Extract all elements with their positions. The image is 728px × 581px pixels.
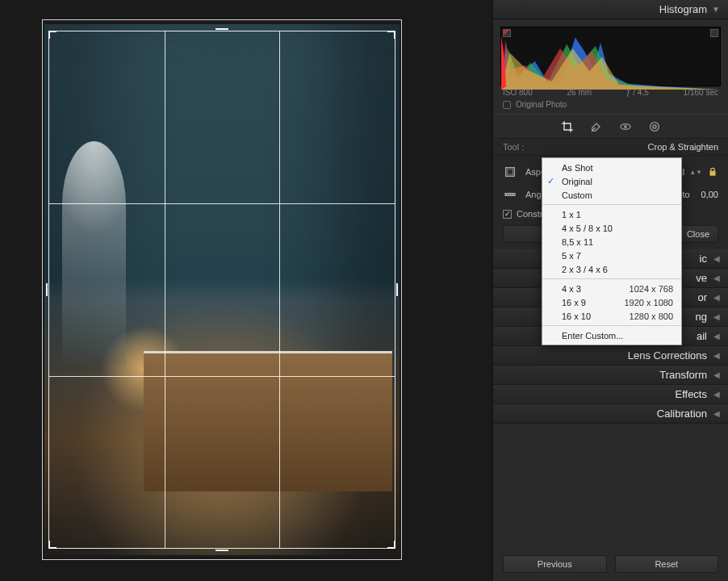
crop-panel: Aspect : Original ▲▼ Angle to 0,00 [493,156,728,249]
tool-label: Tool : [503,142,524,152]
histogram-display[interactable] [500,27,721,86]
grid-line [49,376,395,377]
panel-calibration[interactable]: Calibration ◀ [493,404,728,424]
menu-separator [542,278,681,279]
radial-filter-icon[interactable] [647,119,662,134]
crop-handle[interactable] [215,548,228,551]
chevron-updown-icon: ▲▼ [689,169,702,176]
panel-title: Lens Corrections [503,349,707,362]
toolstrip [493,115,728,139]
aspect-menu-item[interactable]: 5 x 7 [542,249,681,262]
grid-line [165,31,165,548]
angle-icon[interactable] [503,187,517,202]
check-icon: ✓ [547,176,554,186]
crop-handle[interactable] [387,541,395,549]
aspect-menu-item[interactable]: 16 x 101280 x 800 [542,309,681,323]
panel-transform[interactable]: Transform ◀ [493,366,728,385]
menu-item-label: 4 x 5 / 8 x 10 [562,224,613,233]
menu-separator [542,204,681,205]
grid-line [49,203,395,204]
reset-button[interactable]: Reset [615,555,719,573]
crop-handle[interactable] [46,283,49,296]
menu-item-label: Custom [562,190,592,200]
menu-item-resolution: 1024 x 768 [630,284,673,294]
menu-item-label: 2 x 3 / 4 x 6 [562,265,608,274]
menu-item-label: As Shot [562,163,593,173]
crop-tool-icon[interactable] [560,119,575,134]
grid-line [279,31,280,548]
panel-title: Calibration [503,408,707,420]
menu-item-label: 8,5 x 11 [562,237,593,247]
tool-value: Crop & Straighten [648,142,718,152]
menu-item-label: 16 x 9 [562,298,586,307]
svg-point-0 [621,123,630,129]
menu-item-resolution: 1920 x 1080 [624,298,673,307]
crop-handle[interactable] [215,28,228,31]
aspect-icon[interactable] [503,165,517,179]
aspect-menu-item[interactable]: 1 x 1 [542,207,681,221]
panel-title: Effects [503,388,707,400]
aspect-menu-item[interactable]: 4 x 5 / 8 x 10 [542,221,681,235]
aspect-menu-item[interactable]: Enter Custom... [542,328,681,342]
histogram-header[interactable]: Histogram ▼ [493,0,728,19]
aspect-menu-item[interactable]: Custom [542,188,681,202]
tool-row: Tool : Crop & Straighten [493,139,728,156]
aspect-menu-item[interactable]: 8,5 x 11 [542,235,681,249]
redeye-icon[interactable] [618,119,633,134]
checkbox-icon[interactable] [503,101,511,109]
angle-auto-label[interactable]: to [682,190,689,199]
close-label: Close [687,229,709,239]
checkbox-icon: ✓ [503,210,512,219]
menu-item-resolution: 1280 x 800 [630,311,673,321]
menu-item-label: 4 x 3 [562,284,581,294]
aspect-menu-item[interactable]: 4 x 31024 x 768 [542,282,681,295]
aspect-menu-item[interactable]: ✓Original [542,174,681,188]
menu-item-label: 16 x 10 [562,311,591,321]
panel-effects[interactable]: Effects ◀ [493,385,728,404]
panel-lens-corrections[interactable]: Lens Corrections ◀ [493,346,728,366]
svg-point-2 [650,122,659,131]
aspect-menu-item[interactable]: 2 x 3 / 4 x 6 [542,262,681,276]
panel-title: Transform [503,369,707,381]
menu-item-label: 1 x 1 [562,210,581,219]
crop-frame[interactable] [48,31,395,549]
menu-separator [542,325,681,326]
svg-point-1 [624,125,626,127]
right-panel: Histogram ▼ ISO 800 26 mm ƒ / 4,5 1/160 … [492,0,728,581]
crop-handle[interactable] [387,31,395,39]
crop-handle[interactable] [48,541,56,549]
crop-handle[interactable] [395,283,398,296]
histogram-graph [501,27,720,90]
original-photo-toggle[interactable]: Original Photo [493,97,728,115]
aspect-ratio-menu[interactable]: As Shot✓OriginalCustom1 x 14 x 5 / 8 x 1… [542,157,682,345]
aspect-menu-item[interactable]: 16 x 91920 x 1080 [542,295,681,309]
svg-point-3 [653,125,656,128]
svg-rect-5 [508,169,513,175]
shadow-clip-indicator[interactable] [503,29,511,37]
histogram-title: Histogram [659,3,707,15]
menu-item-label: Original [562,177,592,186]
aspect-menu-item[interactable]: As Shot [542,161,681,174]
previous-button[interactable]: Previous [503,555,607,573]
original-photo-label: Original Photo [516,100,567,109]
spot-removal-icon[interactable] [589,119,604,134]
menu-item-label: Enter Custom... [562,331,623,341]
crop-handle[interactable] [48,31,56,39]
menu-item-label: 5 x 7 [562,251,581,261]
image-canvas[interactable] [42,19,402,560]
panel-scrollbar[interactable] [715,0,726,581]
image-workspace [0,0,492,581]
